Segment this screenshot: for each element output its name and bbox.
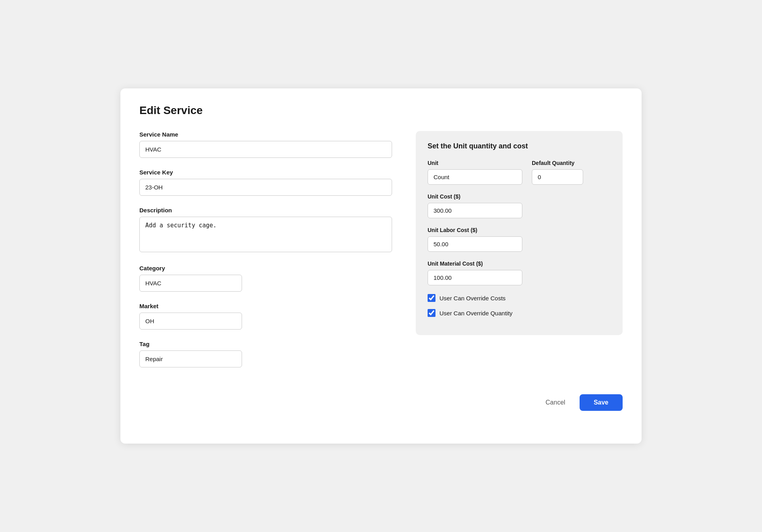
unit-panel-title: Set the Unit quantity and cost bbox=[428, 142, 611, 150]
unit-labor-cost-label: Unit Labor Cost ($) bbox=[428, 227, 611, 233]
override-quantity-group: User Can Override Quantity bbox=[428, 309, 611, 317]
unit-labor-cost-group: Unit Labor Cost ($) bbox=[428, 227, 611, 252]
service-name-input[interactable] bbox=[139, 141, 392, 158]
service-name-label: Service Name bbox=[139, 131, 392, 138]
override-quantity-label: User Can Override Quantity bbox=[439, 310, 512, 317]
right-column: Set the Unit quantity and cost Unit Defa… bbox=[416, 131, 623, 378]
default-quantity-group: Default Quantity bbox=[532, 160, 583, 185]
form-layout: Service Name Service Key Description Add… bbox=[139, 131, 623, 378]
category-label: Category bbox=[139, 265, 392, 272]
unit-group: Unit bbox=[428, 160, 522, 185]
unit-cost-group: Unit Cost ($) bbox=[428, 193, 611, 218]
service-key-input[interactable] bbox=[139, 179, 392, 196]
unit-material-cost-group: Unit Material Cost ($) bbox=[428, 260, 611, 285]
cancel-button[interactable]: Cancel bbox=[538, 395, 573, 410]
category-group: Category bbox=[139, 265, 392, 292]
unit-default-quantity-row: Unit Default Quantity bbox=[428, 160, 611, 193]
default-quantity-label: Default Quantity bbox=[532, 160, 583, 166]
description-label: Description bbox=[139, 207, 392, 214]
market-input[interactable] bbox=[139, 313, 242, 330]
default-quantity-input[interactable] bbox=[532, 169, 583, 185]
modal-title: Edit Service bbox=[139, 104, 623, 117]
left-column: Service Name Service Key Description Add… bbox=[139, 131, 392, 378]
service-name-group: Service Name bbox=[139, 131, 392, 158]
category-input[interactable] bbox=[139, 275, 242, 292]
unit-labor-cost-input[interactable] bbox=[428, 236, 522, 252]
unit-input[interactable] bbox=[428, 169, 522, 185]
override-costs-checkbox[interactable] bbox=[428, 294, 435, 302]
market-group: Market bbox=[139, 303, 392, 330]
service-key-label: Service Key bbox=[139, 169, 392, 176]
unit-material-cost-label: Unit Material Cost ($) bbox=[428, 260, 611, 267]
tag-input[interactable] bbox=[139, 350, 242, 367]
override-quantity-checkbox[interactable] bbox=[428, 309, 435, 317]
unit-cost-input[interactable] bbox=[428, 203, 522, 218]
tag-group: Tag bbox=[139, 341, 392, 367]
description-textarea[interactable]: Add a security cage. bbox=[139, 217, 392, 252]
override-costs-group: User Can Override Costs bbox=[428, 294, 611, 302]
market-label: Market bbox=[139, 303, 392, 309]
unit-panel: Set the Unit quantity and cost Unit Defa… bbox=[416, 131, 623, 335]
service-key-group: Service Key bbox=[139, 169, 392, 196]
description-group: Description Add a security cage. bbox=[139, 207, 392, 254]
footer-actions: Cancel Save bbox=[139, 394, 623, 411]
tag-label: Tag bbox=[139, 341, 392, 347]
override-costs-label: User Can Override Costs bbox=[439, 295, 506, 302]
unit-label: Unit bbox=[428, 160, 522, 166]
unit-material-cost-input[interactable] bbox=[428, 270, 522, 285]
unit-cost-label: Unit Cost ($) bbox=[428, 193, 611, 200]
edit-service-modal: Edit Service Service Name Service Key De… bbox=[120, 88, 642, 444]
save-button[interactable]: Save bbox=[580, 394, 623, 411]
